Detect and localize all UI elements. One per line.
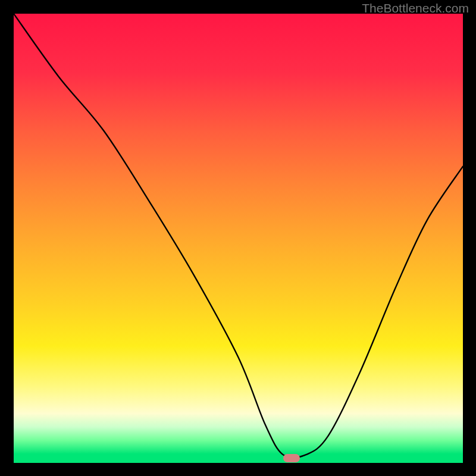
- watermark-text: TheBottleneck.com: [362, 1, 469, 15]
- optimal-marker: [283, 454, 300, 462]
- chart-container: TheBottleneck.com: [0, 0, 476, 476]
- bottleneck-curve: [14, 14, 463, 463]
